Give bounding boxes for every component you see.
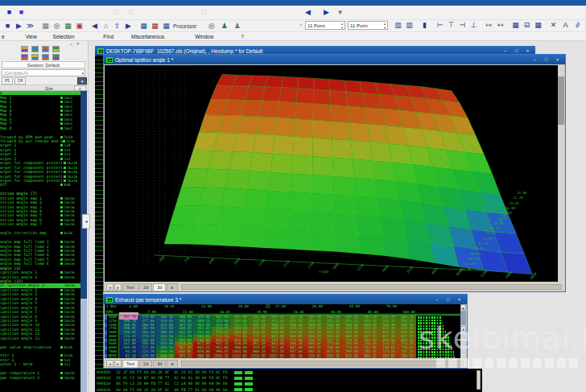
view-tab-2d[interactable]: 2d: [139, 360, 152, 367]
menu-item-selection[interactable]: Selection: [53, 34, 75, 39]
column-header[interactable]: 22.40: [267, 304, 286, 308]
align-left-icon[interactable]: ⊢: [435, 21, 444, 30]
list-item[interactable]: Map 716x1: [0, 122, 80, 126]
font-a-icon[interactable]: A: [561, 21, 570, 30]
column-header[interactable]: 19.99: [249, 310, 267, 314]
list-item[interactable]: gas temperature 116x16: [0, 371, 80, 375]
font-box-icon[interactable]: ▫: [296, 21, 305, 30]
tab-scroll-icon[interactable]: ▸: [114, 360, 122, 367]
green-map-icon[interactable]: ▦: [64, 22, 72, 31]
map-tool-icon-3[interactable]: [42, 46, 49, 52]
menu-item-find[interactable]: Find: [103, 34, 113, 39]
column-header[interactable]: 30.00: [304, 304, 323, 308]
run-icon[interactable]: ▶: [14, 22, 23, 31]
list-item[interactable]: ignition angle 516x16: [0, 301, 80, 305]
list-item[interactable]: Off8x8: [0, 183, 80, 187]
list-item[interactable]: ignition angle 216x16: [0, 288, 80, 292]
list-item[interactable]: nition angle map 416x16: [0, 209, 80, 213]
list-item[interactable]: arget for component protection 116x16: [0, 161, 80, 165]
grid-a-icon[interactable]: ▦: [511, 21, 520, 30]
hex-row[interactable]: 00081038 8C C2 10 B7 40 FB 77 81 00 01 2…: [95, 375, 482, 381]
menu-item-view[interactable]: View: [26, 34, 37, 39]
list-item[interactable]: nter 21x1: [0, 358, 80, 362]
column-header[interactable]: 16.01: [212, 310, 230, 314]
table-blue-icon[interactable]: ▦: [139, 22, 148, 31]
map-tool-icon-6[interactable]: [31, 54, 39, 60]
outdent-icon[interactable]: ↤: [496, 21, 505, 30]
map-tool-icon-8[interactable]: [52, 54, 60, 60]
list-item[interactable]: Map 316x1: [0, 104, 80, 108]
tab-scroll-icon[interactable]: ◂: [106, 283, 113, 291]
close-button[interactable]: ×: [454, 296, 464, 303]
list-item[interactable]: angle map full load 116x16: [0, 240, 80, 244]
nav-dropdown-icon[interactable]: ▾: [336, 8, 345, 17]
indent-icon[interactable]: ↦: [485, 21, 493, 30]
align-right-icon[interactable]: ⊣: [458, 21, 467, 30]
list-item[interactable]: arget 11x8: [0, 143, 80, 147]
list-item[interactable]: angle map full load 516x16: [0, 258, 80, 262]
surface-window-titlebar[interactable]: Optimal ignition angle 1 * – □ ×: [104, 55, 565, 64]
panel-button-f5[interactable]: F5: [2, 77, 13, 85]
run-fast-icon[interactable]: ≫: [26, 22, 35, 31]
view-tab-text[interactable]: Text: [122, 360, 138, 367]
table-window-titlebar[interactable]: Exhaust gas temperature 3 * – □ ×: [104, 295, 467, 304]
list-item[interactable]: ignition angle 716x16: [0, 310, 80, 314]
diff-map-icon[interactable]: ▣: [75, 22, 84, 31]
list-item[interactable]: unter 1 - beta1x1: [0, 362, 80, 366]
map-tool-icon-1[interactable]: [21, 46, 28, 52]
table-blue2-icon[interactable]: ▦: [162, 22, 171, 31]
grid-b-icon[interactable]: ⊟: [522, 21, 531, 30]
list-item[interactable]: arget 31x1: [0, 157, 80, 161]
project-icon[interactable]: ■: [3, 22, 12, 31]
list-item[interactable]: Map 816x1: [0, 126, 80, 130]
grip-dots-icon-2[interactable]: ∷: [126, 8, 135, 17]
list-item[interactable]: arget for component protection 316x16: [0, 170, 80, 174]
list-item[interactable]: ignition angle 1116x16: [0, 328, 80, 332]
list-item[interactable]: nter 11x10: [0, 353, 80, 357]
hexdump-content[interactable]: 00080032 1F 84 F5 04 00 28 0F 8C 10 01 2…: [95, 369, 482, 392]
align-bottom-icon[interactable]: ⊥: [469, 21, 478, 30]
prev-icon[interactable]: ◀: [90, 22, 99, 31]
list-item[interactable]: forward by air charge and gear7x10: [0, 139, 80, 143]
col-left-icon[interactable]: ▥: [394, 21, 402, 30]
surface-scrollbar[interactable]: [558, 65, 564, 283]
col-right-icon[interactable]: ▥: [405, 21, 414, 30]
column-header[interactable]: 7.99: [138, 310, 156, 314]
next-icon[interactable]: ▶: [124, 22, 133, 31]
subscript-icon[interactable]: ∂: [573, 21, 582, 30]
list-item[interactable]: ignition angle 116x16: [0, 270, 80, 274]
list-item[interactable]: ignition angle 416x16: [0, 297, 80, 301]
user-gray-icon[interactable]: ♟: [233, 22, 241, 31]
nav-forward-icon[interactable]: ▶: [322, 8, 331, 17]
search-input[interactable]: (Ctrl+Shift+F) ▾: [2, 69, 85, 76]
menu-item-window[interactable]: Window: [195, 34, 213, 39]
column-header[interactable]: 60.00: [360, 310, 378, 314]
column-header[interactable]: 100.00: [397, 310, 415, 314]
list-item[interactable]: arget 21x1: [0, 152, 80, 156]
filter-button[interactable]: ▾: [77, 77, 87, 85]
tab-scroll-icon[interactable]: ▸: [114, 283, 122, 291]
spinner-arrows-icon[interactable]: ▲▼: [383, 22, 386, 30]
column-header[interactable]: 12.00: [175, 310, 193, 314]
up-icon[interactable]: ⇧: [113, 22, 122, 31]
column-header[interactable]: 40.00: [323, 310, 341, 314]
app-icon[interactable]: ■: [5, 8, 14, 17]
scrollbar-thumb[interactable]: [558, 76, 564, 125]
column-header[interactable]: 18.00: [230, 304, 249, 308]
hexdump-scrollbar[interactable]: [477, 370, 481, 390]
list-item[interactable]: ignition angle 216x16: [0, 274, 80, 279]
map-tool-icon-2[interactable]: [31, 46, 39, 52]
list-item[interactable]: angle map full load 316x16: [0, 249, 80, 253]
list-item[interactable]: nition angle map 116x16: [0, 196, 80, 200]
view-tab-[interactable]: ≡: [167, 283, 177, 291]
view-tab-text[interactable]: Text: [122, 283, 138, 291]
map-tool-icon-5[interactable]: [21, 54, 28, 60]
align-center-icon[interactable]: ⊤: [447, 21, 456, 30]
maximize-button[interactable]: □: [443, 296, 453, 303]
list-item[interactable]: nition angle map 316x16: [0, 204, 80, 208]
list-item[interactable]: angle map full load 216x16: [0, 244, 80, 248]
session-bar[interactable]: Session: Default: [2, 61, 85, 68]
list-column-header[interactable]: Size ≡: [0, 85, 89, 91]
panel-button-off[interactable]: Off: [14, 77, 27, 85]
list-item[interactable]: Map 416x1: [0, 109, 80, 113]
